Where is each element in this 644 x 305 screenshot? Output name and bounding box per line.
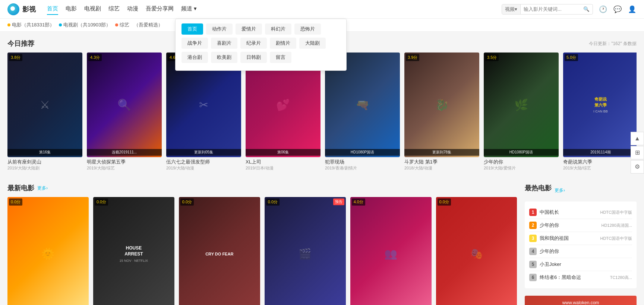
nav-tv[interactable]: 电视剧 (84, 3, 101, 15)
dropdown-row-2: 战争片 喜剧片 纪录片 剧情片 大陆剧 (181, 38, 340, 49)
hot-rank-3: 3 (529, 235, 537, 242)
latest-card-1[interactable]: 🌞 0.0分 (7, 197, 89, 305)
badge-2: 连载2019111... (87, 149, 162, 156)
latest-card-3[interactable]: CRY DO FEAR 0.0分 (179, 197, 260, 305)
genre-japanese-korean[interactable]: 日韩剧 (240, 52, 267, 63)
nav-movies[interactable]: 电影 (66, 3, 77, 15)
hot-name-5: 小丑Joker (540, 261, 629, 268)
latest-card-5[interactable]: 👥 4.0分 (350, 197, 432, 305)
movie-info-4: XL上司 2019/日本/动漫 (246, 157, 321, 172)
genre-mainland[interactable]: 大陆剧 (299, 38, 326, 49)
filter-dot-tv (59, 23, 62, 26)
hot-item-1[interactable]: 1 中国机长 HDTC国语中字版 (529, 206, 632, 219)
recommend-card-6[interactable]: 🐉 3.9分 更新到78集 斗罗大陆 第1季 2018/大陆/动漫 (404, 53, 479, 172)
hot-item-5[interactable]: 5 小丑Joker (529, 258, 632, 271)
nav-variety[interactable]: 综艺 (108, 3, 120, 15)
message-icon[interactable]: 💬 (613, 5, 622, 14)
latest-poster-1: 🌞 (7, 197, 89, 305)
latest-poster-6: 🎭 (436, 197, 517, 305)
hot-list: 1 中国机长 HDTC国语中字版 2 少年的你 HD1280高清国... 3 我… (525, 201, 637, 288)
genre-drama[interactable]: 剧情片 (270, 38, 296, 49)
genre-documentary[interactable]: 纪录片 (240, 38, 267, 49)
hot-item-2[interactable]: 2 少年的你 HD1280高清国... (529, 219, 632, 232)
poster-8: 奇葩说第六季 I CAN BB (563, 53, 637, 157)
nav-home[interactable]: 首页 (47, 3, 58, 15)
genre-dropdown: 首页 动作片 爱情片 科幻片 恐怖片 战争片 喜剧片 纪录片 剧情片 大陆剧 港… (175, 19, 347, 71)
latest-more-link[interactable]: 更多› (37, 185, 48, 191)
movie-info-8: 奇葩说第六季 2019/大陆/综艺 (563, 157, 637, 172)
latest-score-1: 0.0分 (9, 198, 22, 206)
filter-variety[interactable]: 综艺 (115, 22, 129, 28)
scroll-up-button[interactable]: ▲ (631, 132, 644, 145)
filter-movies[interactable]: 电影（共18331部） (7, 22, 54, 28)
latest-movies-section: 最新电影 更多› 🌞 0.0分 (7, 184, 517, 305)
nav-anime[interactable]: 动漫 (127, 3, 138, 15)
recommend-card-7[interactable]: 🌿 3.5分 HD1080P国语 少年的你 2019/大陆/爱情片 (484, 53, 559, 172)
badge-1: 第16集 (7, 149, 82, 156)
score-8: 5.0分 (565, 54, 578, 61)
genre-comedy[interactable]: 喜剧片 (211, 38, 237, 49)
score-7: 3.5分 (485, 54, 499, 61)
latest-card-6[interactable]: 🎭 0.0分 (436, 197, 517, 305)
hot-item-3[interactable]: 3 我和我的祖国 HDTC国语中字版 (529, 232, 632, 245)
search-button[interactable]: 🔍 (580, 5, 593, 13)
hot-quality-2: HD1280高清国... (601, 223, 632, 228)
genre-scifi[interactable]: 科幻片 (265, 23, 291, 35)
recommend-card-8[interactable]: 奇葩说第六季 I CAN BB 5.0分 20191114期 奇葩说第六季 20… (563, 53, 637, 172)
score-6: 3.9分 (406, 54, 419, 61)
hot-more-link[interactable]: 更多› (555, 187, 565, 194)
genre-horror[interactable]: 恐怖片 (294, 23, 321, 35)
movie-info-3: 伍六七之最强发型师 2019/大陆/动漫 (166, 157, 241, 172)
movie-info-6: 斗罗大陆 第1季 2018/大陆/动漫 (404, 157, 479, 172)
hot-name-4: 少年的你 (540, 248, 629, 255)
movie-sub-5: 2019/香港/剧情片 (325, 165, 400, 171)
hot-name-3: 我和我的祖国 (540, 235, 597, 242)
badge-3: 更新到05集 (166, 149, 241, 156)
logo[interactable]: 影视 (7, 3, 36, 15)
user-icon[interactable]: 👤 (628, 5, 637, 14)
recommend-card-2[interactable]: 🔍 4.3分 连载2019111... 明星大侦探第五季 2019/大陆/综艺 (87, 53, 162, 172)
latest-header-left: 最新电影 更多› (7, 184, 48, 193)
search-type-selector[interactable]: 视频▾ (502, 4, 521, 14)
movie-sub-2: 2019/大陆/综艺 (87, 165, 162, 171)
hot-item-6[interactable]: 6 终结者6：黑暗命运 TC1280高... (529, 271, 632, 284)
genre-comment[interactable]: 留言 (270, 52, 291, 63)
genre-western[interactable]: 欧美剧 (211, 52, 237, 63)
latest-card-2[interactable]: HOUSEARREST 15 NOV · NETFLIX 0.0分 House … (93, 197, 174, 305)
genre-romance[interactable]: 爱情片 (236, 23, 262, 35)
movie-title-6: 斗罗大陆 第1季 (404, 159, 479, 165)
hot-item-4[interactable]: 4 少年的你 (529, 245, 632, 258)
recommend-card-1[interactable]: ⚔ 3.8分 第16集 从前有座剑灵山 2019/大陆/大陆剧 (7, 53, 82, 172)
hot-header: 最热电影 更多› (525, 184, 637, 197)
nav-channel[interactable]: 频道 ▾ (181, 3, 197, 15)
genre-hktw[interactable]: 港台剧 (181, 52, 208, 63)
hot-rank-4: 4 (529, 248, 537, 255)
android-button[interactable]: ⚙ (631, 160, 644, 174)
filter-aiai[interactable]: （吾爱精选） (134, 22, 163, 28)
windows-button[interactable]: ⊞ (631, 146, 644, 159)
genre-war[interactable]: 战争片 (181, 38, 208, 49)
badge-7: HD1080P国语 (484, 149, 559, 156)
hot-quality-3: HDTC国语中字版 (600, 236, 632, 241)
history-icon[interactable]: 🕐 (599, 5, 607, 14)
poster-7: 🌿 (484, 53, 559, 157)
genre-action[interactable]: 动作片 (206, 23, 233, 35)
movie-sub-6: 2018/大陆/动漫 (404, 165, 479, 171)
logo-text: 影视 (22, 5, 36, 14)
latest-grid: 🌞 0.0分 HOUSEARREST 15 NOV · NE (7, 197, 517, 305)
movie-info-7: 少年的你 2019/大陆/爱情片 (484, 157, 559, 172)
hot-rank-5: 5 (529, 261, 537, 268)
genre-home[interactable]: 首页 (181, 23, 203, 35)
filter-tv-label: 电视剧（共10903部） (63, 22, 111, 28)
latest-preview-badge-4: 预告 (333, 198, 344, 205)
latest-card-4[interactable]: 🎬 0.0分 预告 (265, 197, 346, 305)
filter-tv[interactable]: 电视剧（共10903部） (59, 22, 111, 28)
side-buttons: ▲ ⊞ ⚙ (631, 132, 644, 174)
poster-2: 🔍 (87, 53, 162, 157)
search-input[interactable] (521, 5, 580, 13)
nav-share[interactable]: 吾爱分享网 (146, 3, 174, 15)
badge-8: 20191114期 (563, 149, 637, 156)
dropdown-row-1: 首页 动作片 爱情片 科幻片 恐怖片 (181, 23, 340, 35)
watermark-text: www.waloken.com (562, 300, 599, 305)
latest-poster-5: 👥 (350, 197, 432, 305)
